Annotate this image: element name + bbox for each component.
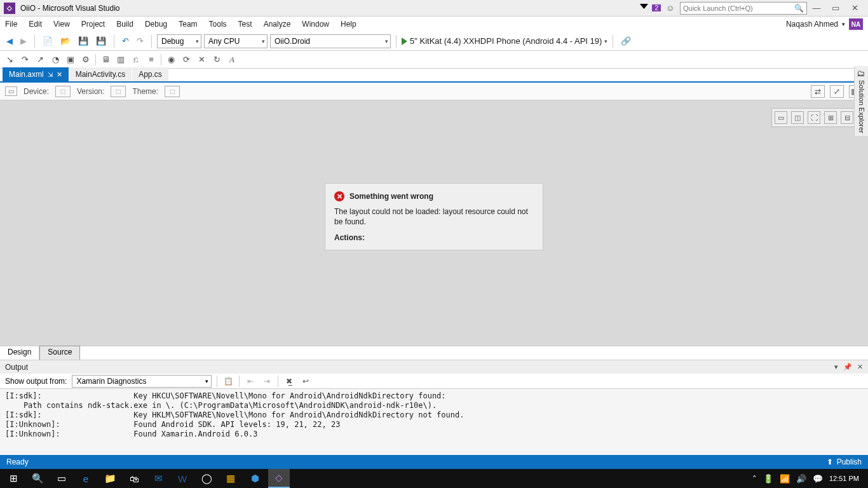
menu-edit[interactable]: Edit: [29, 20, 42, 29]
version-picker[interactable]: ⬚: [111, 86, 126, 97]
pin-icon[interactable]: ⇲: [48, 71, 53, 78]
menu-analyze[interactable]: Analyze: [264, 20, 291, 29]
single-view-button[interactable]: ▭: [775, 111, 787, 124]
tab-main-axml[interactable]: Main.axml ⇲ ✕: [3, 67, 69, 81]
startup-project-dropdown[interactable]: OiiO.Droid: [270, 34, 391, 48]
user-badge[interactable]: NA: [849, 18, 863, 30]
settings-icon[interactable]: ⚙: [80, 54, 92, 65]
tab-app-cs[interactable]: App.cs: [132, 67, 168, 81]
output-text[interactable]: [I:sdk]: Key HKCU\SOFTWARE\Novell\Mono f…: [0, 389, 868, 455]
platform-dropdown[interactable]: Any CPU: [204, 34, 268, 48]
upload-icon[interactable]: ⬆: [827, 458, 833, 466]
navigate-back-button[interactable]: ◀: [4, 35, 15, 47]
restore-button[interactable]: ▭: [826, 3, 845, 13]
close-icon[interactable]: ✕: [857, 363, 863, 371]
design-tab[interactable]: Design: [0, 346, 39, 360]
tab-mainactivity[interactable]: MainActivity.cs: [69, 67, 132, 81]
device-picker[interactable]: ⬚: [55, 86, 71, 97]
outlook-icon[interactable]: ✉: [147, 469, 169, 488]
step-out-icon[interactable]: ↗: [34, 54, 46, 65]
output-source-dropdown[interactable]: Xamarin Diagnostics: [72, 375, 212, 388]
breakpoint-icon[interactable]: ◔: [50, 54, 61, 65]
explorer-icon[interactable]: 📁: [99, 469, 121, 488]
fullscreen-button[interactable]: ⛶: [808, 111, 820, 124]
zoom-in-button[interactable]: ⊞: [824, 111, 837, 124]
navigate-forward-button[interactable]: ▶: [18, 35, 29, 47]
trace-icon[interactable]: ⎌: [130, 54, 142, 65]
view-mode-icon[interactable]: ▭: [5, 86, 17, 96]
menu-view[interactable]: View: [53, 20, 70, 29]
clock[interactable]: 12:51 PM: [829, 475, 859, 482]
database-icon[interactable]: ▣: [65, 54, 76, 65]
publish-button[interactable]: Publish: [837, 458, 862, 466]
chevron-down-icon[interactable]: ▾: [604, 38, 607, 44]
open-file-button[interactable]: 📂: [58, 35, 73, 47]
save-button[interactable]: 💾: [76, 35, 91, 47]
undo-button[interactable]: ↶: [119, 35, 132, 47]
minimize-button[interactable]: ―: [807, 3, 826, 13]
menu-file[interactable]: File: [5, 20, 17, 29]
menu-tools[interactable]: Tools: [209, 20, 227, 29]
dropdown-arrow-icon[interactable]: ▾: [834, 363, 838, 371]
menu-debug[interactable]: Debug: [145, 20, 167, 29]
refresh-icon[interactable]: ↻: [211, 54, 222, 65]
volume-icon[interactable]: 🔊: [796, 474, 806, 484]
app-icon[interactable]: ▦: [220, 469, 241, 488]
pin-icon[interactable]: 📌: [843, 363, 852, 371]
indent-less-icon[interactable]: ⇤: [245, 376, 256, 387]
menu-help[interactable]: Help: [341, 20, 356, 29]
new-project-button[interactable]: 📄: [40, 35, 55, 47]
menu-team[interactable]: Team: [179, 20, 197, 29]
notifications[interactable]: 2: [639, 4, 661, 13]
xamarin-icon[interactable]: ⬢: [244, 469, 266, 488]
zoom-fit-button[interactable]: ⤢: [830, 85, 844, 98]
browser-link-button[interactable]: 🔗: [618, 35, 634, 47]
user-name[interactable]: Naqash Ahmed: [786, 20, 838, 29]
find-icon[interactable]: 📋: [222, 376, 234, 387]
text-icon[interactable]: A: [226, 54, 238, 65]
battery-icon[interactable]: 🔋: [763, 474, 773, 484]
orientation-button[interactable]: ⇄: [811, 85, 825, 98]
step-into-icon[interactable]: ↘: [4, 54, 15, 65]
search-taskbar-button[interactable]: 🔍: [27, 469, 48, 488]
indent-more-icon[interactable]: ⇥: [261, 376, 273, 387]
menu-test[interactable]: Test: [238, 20, 252, 29]
save-all-button[interactable]: 💾: [93, 35, 109, 47]
taskview-button[interactable]: ▭: [51, 469, 72, 488]
chevron-down-icon[interactable]: ▾: [842, 21, 845, 27]
visual-studio-taskbar-icon[interactable]: ◇: [268, 469, 290, 488]
word-icon[interactable]: W: [172, 469, 193, 488]
start-button[interactable]: ⊞: [3, 469, 24, 488]
step-over-icon[interactable]: ↷: [19, 54, 31, 65]
redo-button[interactable]: ↷: [134, 35, 146, 47]
store-icon[interactable]: 🛍: [123, 469, 145, 488]
menu-project[interactable]: Project: [81, 20, 105, 29]
cancel-icon[interactable]: ✕: [196, 54, 207, 65]
circle-check-icon[interactable]: ◉: [165, 54, 177, 65]
circle-arrow-icon[interactable]: ⟳: [180, 54, 192, 65]
menu-window[interactable]: Window: [302, 20, 329, 29]
stack-icon[interactable]: ≡: [146, 54, 157, 65]
action-center-icon[interactable]: 💬: [813, 474, 823, 484]
edge-icon[interactable]: e: [75, 469, 97, 488]
layout-icon[interactable]: ▥: [115, 54, 126, 65]
close-icon[interactable]: ✕: [57, 71, 62, 79]
solution-explorer-tab[interactable]: 🗂 Solution Explorer: [854, 66, 868, 136]
word-wrap-icon[interactable]: ↩: [300, 376, 311, 387]
source-tab[interactable]: Source: [39, 346, 80, 360]
chrome-icon[interactable]: ◯: [196, 469, 217, 488]
zoom-out-button[interactable]: ⊟: [841, 111, 853, 124]
close-button[interactable]: ✕: [845, 3, 864, 13]
theme-picker[interactable]: ⬚: [165, 86, 180, 97]
tray-chevron-icon[interactable]: ˄: [752, 474, 757, 484]
configuration-dropdown[interactable]: Debug: [157, 34, 201, 48]
menu-build[interactable]: Build: [116, 20, 133, 29]
output-panel-header[interactable]: Output ▾ 📌 ✕: [0, 360, 868, 374]
clear-icon[interactable]: ✖̲: [283, 376, 295, 387]
feedback-icon[interactable]: ☺: [666, 3, 676, 13]
monitor-icon[interactable]: 🖥: [100, 54, 111, 65]
start-debug-button[interactable]: 5" KitKat (4.4) XXHDPI Phone (Android 4.…: [402, 36, 607, 46]
wifi-icon[interactable]: 📶: [780, 474, 790, 484]
split-view-button[interactable]: ◫: [791, 111, 804, 124]
quick-launch-input[interactable]: Quick Launch (Ctrl+Q) 🔍: [680, 2, 807, 15]
